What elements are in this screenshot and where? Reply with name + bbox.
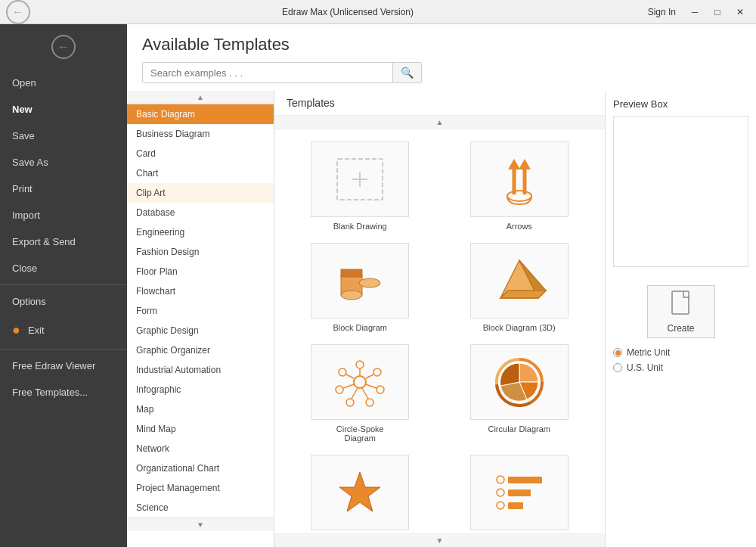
category-item-basic-diagram[interactable]: Basic Diagram [127, 104, 274, 124]
sidebar-item-open[interactable]: Open [0, 70, 127, 96]
template-item-block-diagram[interactable]: Block Diagram [287, 243, 434, 332]
open-label: Open [12, 77, 36, 89]
templates-scroll-up[interactable]: ▲ [274, 116, 605, 129]
template-thumb-bars [470, 455, 569, 530]
print-label: Print [12, 183, 33, 194]
category-item-industrial-automation[interactable]: Industrial Automation [127, 360, 274, 380]
svg-rect-36 [508, 502, 523, 509]
category-item-clip-art[interactable]: Clip Art [127, 183, 274, 203]
category-item-card[interactable]: Card [127, 144, 274, 163]
category-item-science[interactable]: Science [127, 498, 274, 517]
sidebar-item-free-templates[interactable]: Free Templates... [0, 379, 127, 406]
back-button[interactable]: ← [6, 0, 30, 24]
maximize-button[interactable]: □ [708, 5, 727, 20]
template-item-bars[interactable] [446, 455, 593, 533]
template-name-block-diagram: Block Diagram [333, 323, 387, 332]
svg-line-21 [366, 384, 376, 388]
svg-line-25 [352, 388, 358, 399]
category-scroll-down[interactable]: ▼ [127, 517, 274, 531]
preview-panel: Preview Box Create [605, 91, 756, 547]
category-item-network[interactable]: Network [127, 439, 274, 458]
sidebar-item-exit[interactable]: ● Exit [0, 315, 127, 346]
category-item-map[interactable]: Map [127, 399, 274, 419]
category-item-mind-map[interactable]: Mind Map [127, 419, 274, 439]
window-controls: ─ □ ✕ [685, 5, 750, 20]
minimize-button[interactable]: ─ [685, 5, 705, 20]
svg-point-33 [497, 489, 504, 496]
category-item-business-diagram[interactable]: Business Diagram [127, 124, 274, 144]
svg-rect-9 [341, 269, 362, 277]
template-thumb-block-diagram [311, 243, 409, 319]
template-item-blank-drawing[interactable]: Blank Drawing [287, 141, 434, 231]
search-input[interactable] [143, 64, 392, 82]
metric-unit-label: Metric Unit [627, 347, 670, 358]
templates-header: Templates [274, 91, 605, 116]
exit-dot-icon: ● [12, 322, 20, 338]
category-item-graphic-design[interactable]: Graphic Design [127, 321, 274, 340]
sidebar-item-save[interactable]: Save [0, 123, 127, 149]
sidebar-item-import[interactable]: Import [0, 202, 127, 228]
svg-point-7 [507, 191, 531, 201]
back-arrow-icon: ← [51, 35, 76, 59]
category-item-project-management[interactable]: Project Management [127, 478, 274, 498]
template-item-arrows[interactable]: Arrows [446, 141, 593, 231]
category-item-organizational-chart[interactable]: Organizational Chart [127, 458, 274, 478]
svg-point-11 [359, 278, 380, 287]
svg-point-22 [366, 399, 373, 406]
metric-unit-option[interactable]: Metric Unit [613, 347, 748, 358]
svg-point-24 [346, 399, 354, 406]
templates-grid: Blank Drawing Arrows Block Diagram Block… [274, 129, 605, 533]
category-item-flowchart[interactable]: Flowchart [127, 281, 274, 301]
category-item-graphic-organizer[interactable]: Graphic Organizer [127, 340, 274, 360]
sidebar-divider-1 [0, 284, 127, 285]
free-viewer-label: Free Edraw Viewer [12, 360, 95, 371]
category-item-form[interactable]: Form [127, 301, 274, 321]
svg-line-23 [362, 388, 368, 399]
svg-point-10 [341, 291, 362, 300]
svg-rect-32 [508, 477, 542, 483]
template-thumb-block-diagram-3d [470, 243, 569, 319]
category-item-floor-plan[interactable]: Floor Plan [127, 262, 274, 281]
sidebar-item-export-send[interactable]: Export & Send [0, 228, 127, 255]
create-button[interactable]: Create [647, 285, 715, 338]
template-name-block-diagram-3d: Block Diagram (3D) [483, 323, 556, 332]
category-list: Basic DiagramBusiness DiagramCardChartCl… [127, 104, 274, 517]
svg-rect-34 [508, 490, 531, 496]
template-item-circular-diagram[interactable]: Circular Diagram [446, 344, 593, 443]
us-unit-label: U.S. Unit [627, 362, 663, 373]
metric-unit-radio[interactable] [613, 348, 622, 357]
preview-title: Preview Box [613, 98, 748, 110]
svg-marker-4 [508, 159, 520, 169]
units-section: Metric Unit U.S. Unit [613, 347, 748, 378]
sidebar-item-close[interactable]: Close [0, 255, 127, 281]
category-item-database[interactable]: Database [127, 203, 274, 222]
template-item-block-diagram-3d[interactable]: Block Diagram (3D) [446, 243, 593, 332]
templates-panel: Templates ▲ Blank Drawing Arrows Block D… [274, 91, 605, 547]
category-item-chart[interactable]: Chart [127, 163, 274, 183]
us-unit-option[interactable]: U.S. Unit [613, 362, 748, 373]
sidebar-item-save-as[interactable]: Save As [0, 149, 127, 176]
sidebar-item-new[interactable]: New [0, 96, 127, 123]
templates-scroll-down[interactable]: ▼ [274, 533, 605, 547]
template-item-star[interactable] [287, 455, 434, 533]
sidebar-item-free-viewer[interactable]: Free Edraw Viewer [0, 353, 127, 379]
close-button[interactable]: ✕ [730, 5, 750, 20]
template-item-circle-spoke[interactable]: Circle-Spoke Diagram [287, 344, 434, 443]
template-name-blank-drawing: Blank Drawing [333, 222, 387, 231]
category-item-infographic[interactable]: Infographic [127, 380, 274, 399]
category-scroll-up[interactable]: ▲ [127, 91, 274, 104]
template-thumb-blank-drawing [311, 141, 409, 217]
category-item-engineering[interactable]: Engineering [127, 222, 274, 242]
sidebar-item-print[interactable]: Print [0, 176, 127, 202]
category-item-fashion-design[interactable]: Fashion Design [127, 242, 274, 262]
export-send-label: Export & Send [12, 236, 76, 247]
category-panel: ▲ Basic DiagramBusiness DiagramCardChart… [127, 91, 274, 547]
content-area: Available Templates 🔍 ▲ Basic DiagramBus… [127, 24, 756, 547]
search-button[interactable]: 🔍 [392, 63, 421, 82]
signin-button[interactable]: Sign In [648, 7, 676, 17]
us-unit-radio[interactable] [613, 363, 622, 372]
save-label: Save [12, 130, 35, 141]
svg-line-19 [366, 375, 373, 378]
sidebar-back[interactable]: ← [0, 24, 127, 70]
sidebar-item-options[interactable]: Options [0, 288, 127, 315]
